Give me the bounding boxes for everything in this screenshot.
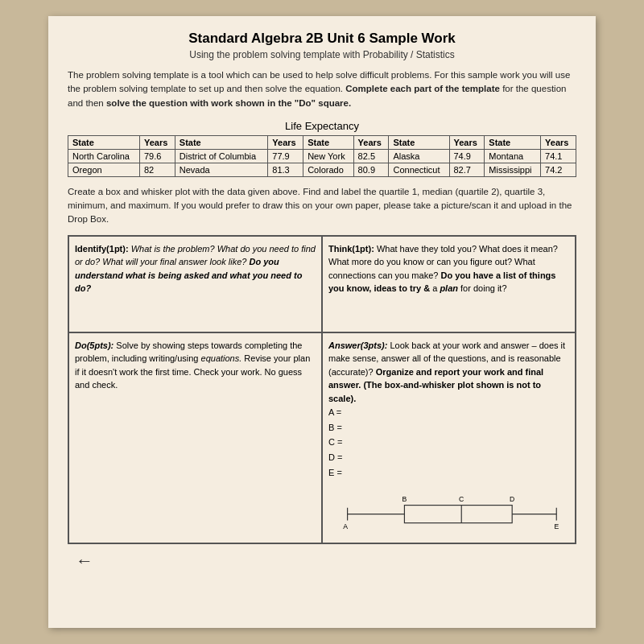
do-label: Do(5pts): — [75, 341, 114, 350]
intro-bold2: solve the question with work shown in th… — [106, 98, 351, 108]
answer-line-b: B = — [328, 420, 569, 436]
do-quadrant: Do(5pts): Solve by showing steps towards… — [68, 332, 322, 544]
answer-line-d: D = — [328, 450, 569, 465]
col-header-years3: Years — [353, 135, 389, 149]
cell-years5-r2: 74.2 — [541, 163, 576, 176]
answer-variables: A = B = C = D = E = — [328, 405, 569, 480]
col-header-years2: Years — [268, 135, 303, 149]
cell-state4-r2: Connecticut — [389, 163, 449, 176]
cell-state3-r1: New York — [303, 149, 353, 163]
paper-document: Standard Algebra 2B Unit 6 Sample Work U… — [48, 16, 596, 628]
cell-years2-r1: 77.9 — [268, 149, 303, 163]
cell-state4-r1: Alaska — [389, 149, 449, 163]
cell-state1-r1: North Carolina — [68, 149, 140, 163]
bw-label-c: C — [459, 495, 464, 503]
bw-label-a: A — [343, 522, 348, 530]
col-header-state1: State — [68, 135, 140, 149]
intro-paragraph: The problem solving template is a tool w… — [68, 68, 576, 110]
cell-years1-r2: 82 — [139, 163, 175, 176]
think-label: Think(1pt): — [328, 244, 374, 254]
col-header-state2: State — [175, 135, 268, 149]
answer-line-e: E = — [328, 465, 569, 481]
cell-state2-r2: Nevada — [175, 163, 268, 176]
cell-state1-r2: Oregon — [68, 163, 140, 176]
bw-svg: A B C D E — [328, 486, 569, 543]
col-header-years5: Years — [541, 135, 576, 149]
col-header-state5: State — [485, 135, 541, 149]
cell-years3-r1: 82.5 — [353, 149, 389, 163]
quadrant-grid: Identify(1pt): What is the problem? What… — [68, 235, 576, 545]
answer-line-a: A = — [328, 405, 569, 420]
table-title: Life Expectancy — [68, 120, 576, 132]
think-quadrant: Think(1pt): What have they told you? Wha… — [322, 236, 576, 332]
arrow-indicator: ← — [68, 551, 576, 572]
answer-label: Answer(3pts): — [328, 341, 387, 350]
table-section: Life Expectancy State Years State Years … — [68, 120, 576, 177]
page-title: Standard Algebra 2B Unit 6 Sample Work — [68, 31, 576, 47]
answer-quadrant: Answer(3pts): Look back at your work and… — [322, 332, 576, 544]
cell-years5-r1: 74.1 — [541, 149, 576, 163]
cell-state5-r1: Montana — [485, 149, 541, 163]
identify-label: Identify(1pt): — [75, 244, 129, 254]
page-subtitle: Using the problem solving template with … — [68, 49, 576, 60]
think-end2: for doing it? — [460, 283, 506, 293]
instruction-paragraph: Create a box and whisker plot with the d… — [68, 185, 576, 227]
cell-state5-r2: Mississippi — [485, 163, 541, 176]
bw-label-e: E — [554, 522, 559, 530]
cell-state2-r1: District of Columbia — [175, 149, 268, 163]
bw-label-d: D — [510, 495, 514, 503]
table-header-row: State Years State Years State Years Stat… — [68, 135, 576, 149]
box-whisker-plot: A B C D E — [328, 486, 569, 543]
col-header-years4: Years — [449, 135, 485, 149]
table-row: North Carolina 79.6 District of Columbia… — [68, 149, 576, 163]
cell-state3-r2: Colorado — [303, 163, 353, 176]
cell-years4-r2: 82.7 — [449, 163, 485, 176]
do-italic: equations. — [201, 353, 242, 363]
life-expectancy-table: State Years State Years State Years Stat… — [68, 135, 576, 177]
table-row: Oregon 82 Nevada 81.3 Colorado 80.9 Conn… — [68, 163, 576, 176]
cell-years3-r2: 80.9 — [353, 163, 389, 176]
instruction-text: Create a box and whisker plot with the d… — [68, 187, 572, 225]
cell-years4-r1: 74.9 — [449, 149, 485, 163]
intro-bold1: Complete each part of the template — [345, 84, 500, 93]
bw-label-b: B — [402, 495, 407, 503]
answer-line-c: C = — [328, 435, 569, 450]
col-header-state4: State — [389, 135, 449, 149]
cell-years2-r2: 81.3 — [268, 163, 303, 176]
identify-quadrant: Identify(1pt): What is the problem? What… — [68, 236, 322, 332]
svg-rect-2 — [404, 506, 512, 523]
col-header-years1: Years — [139, 135, 175, 149]
think-italic: plan — [440, 283, 458, 293]
cell-years1-r1: 79.6 — [139, 149, 175, 163]
col-header-state3: State — [303, 135, 353, 149]
think-a: a — [432, 283, 440, 293]
